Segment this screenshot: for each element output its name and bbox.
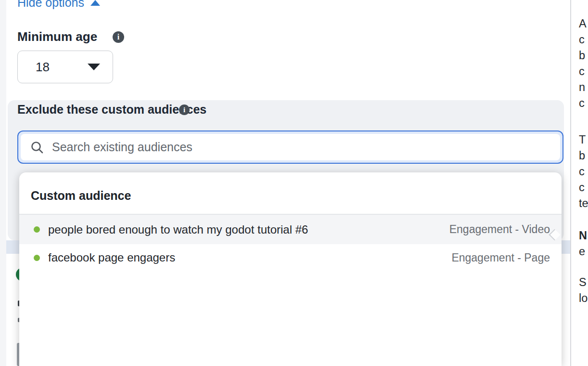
- search-audiences-input[interactable]: [52, 140, 560, 154]
- hide-options-label: Hide options: [17, 0, 84, 10]
- chevron-up-icon: [90, 0, 100, 6]
- active-status-dot-icon: [34, 226, 40, 233]
- active-status-dot-icon: [34, 255, 40, 261]
- info-icon[interactable]: i: [113, 31, 124, 43]
- page-background-gutter: [0, 0, 6, 366]
- minimum-age-value: 18: [36, 60, 50, 75]
- audience-name: facebook page engagers: [48, 251, 175, 264]
- exclude-section-title: Exclude these custom audiences: [17, 103, 206, 117]
- minimum-age-label: Minimum age: [17, 29, 97, 44]
- hide-options-link[interactable]: Hide options: [17, 0, 100, 10]
- audience-result-row[interactable]: people bored enough to watch my godot tu…: [19, 215, 562, 244]
- audience-type: Engagement - Video: [449, 223, 550, 236]
- search-icon: [30, 140, 44, 155]
- dropdown-group-header: Custom audience: [31, 189, 131, 203]
- audience-name: people bored enough to watch my godot tu…: [48, 223, 308, 236]
- chevron-down-icon: [88, 64, 100, 70]
- audience-search-box: [17, 131, 563, 164]
- audience-result-row[interactable]: facebook page engagers Engagement - Page: [19, 244, 562, 271]
- pane-divider: [570, 0, 571, 366]
- audience-results-dropdown: Custom audience people bored enough to w…: [19, 172, 562, 366]
- info-icon[interactable]: i: [179, 105, 190, 115]
- audience-type: Engagement - Page: [451, 251, 550, 264]
- help-paragraph: T b c c te: [579, 132, 588, 211]
- ads-manager-audience-panel: Hide options Minimum age i 18 Exclude th…: [0, 0, 588, 366]
- minimum-age-select[interactable]: 18: [17, 51, 113, 83]
- help-paragraph: N e: [579, 228, 587, 260]
- help-paragraph: A c b c n c: [579, 16, 587, 111]
- help-paragraph: S lo: [579, 274, 588, 306]
